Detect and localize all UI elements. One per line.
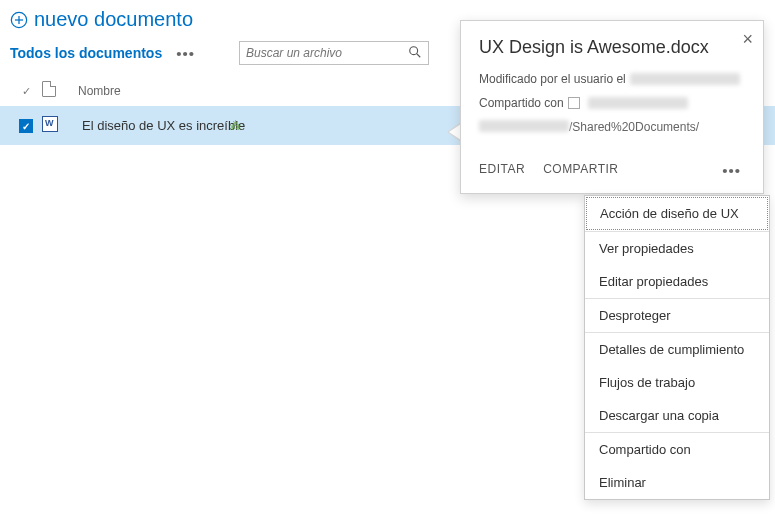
menu-delete[interactable]: Eliminar xyxy=(585,466,769,499)
header-check-icon[interactable]: ✓ xyxy=(14,84,38,98)
plus-circle-icon xyxy=(10,11,28,29)
row-filename[interactable]: El diseño de UX es increíble xyxy=(72,118,245,133)
menu-download[interactable]: Descargar una copia xyxy=(585,399,769,432)
view-selector[interactable]: Todos los documentos xyxy=(10,45,162,61)
view-more-icon[interactable]: ••• xyxy=(172,45,199,62)
new-document-label: nuevo documento xyxy=(34,8,193,31)
search-icon[interactable] xyxy=(408,45,422,62)
menu-checkout[interactable]: Desproteger xyxy=(585,299,769,332)
row-checkbox[interactable]: ✓ xyxy=(14,118,38,134)
callout-title: UX Design is Awesome.docx xyxy=(479,37,745,58)
modified-line: Modificado por el usuario el . xyxy=(479,72,745,86)
menu-edit-properties[interactable]: Editar propiedades xyxy=(585,265,769,298)
header-type-icon xyxy=(38,81,72,100)
callout-more-icon[interactable]: ••• xyxy=(718,162,745,179)
share-button[interactable]: COMPARTIR xyxy=(543,162,618,179)
callout-actions: EDITAR COMPARTIR ••• xyxy=(479,162,745,179)
item-url[interactable]: ./Shared%20Documents/ xyxy=(479,120,745,134)
word-doc-icon xyxy=(38,116,72,135)
shared-label: Compartido con xyxy=(479,96,564,110)
url-host-redacted: . xyxy=(479,120,569,132)
menu-shared-with[interactable]: Compartido con xyxy=(585,433,769,466)
shared-checkbox[interactable] xyxy=(568,97,580,109)
menu-compliance[interactable]: Detalles de cumplimiento xyxy=(585,333,769,366)
search-input[interactable] xyxy=(246,46,408,60)
context-menu: Acción de diseño de UX Ver propiedades E… xyxy=(584,195,770,500)
menu-workflows[interactable]: Flujos de trabajo xyxy=(585,366,769,399)
shared-user-redacted: . xyxy=(588,97,688,109)
url-suffix: /Shared%20Documents/ xyxy=(569,120,699,134)
menu-view-properties[interactable]: Ver propiedades xyxy=(585,232,769,265)
callout-arrow-icon xyxy=(447,122,461,142)
item-callout: × UX Design is Awesome.docx Modificado p… xyxy=(460,20,764,194)
modified-label: Modificado por el usuario el xyxy=(479,72,626,86)
modified-value-redacted: . xyxy=(630,73,740,85)
shared-line: Compartido con . xyxy=(479,96,745,110)
search-box[interactable] xyxy=(239,41,429,65)
edit-button[interactable]: EDITAR xyxy=(479,162,525,179)
svg-line-4 xyxy=(417,53,421,57)
header-name[interactable]: Nombre xyxy=(72,84,121,98)
svg-point-3 xyxy=(410,46,418,54)
row-new-badge: ⁂ xyxy=(230,119,241,132)
close-icon[interactable]: × xyxy=(742,29,753,50)
menu-ux-action[interactable]: Acción de diseño de UX xyxy=(586,197,768,230)
